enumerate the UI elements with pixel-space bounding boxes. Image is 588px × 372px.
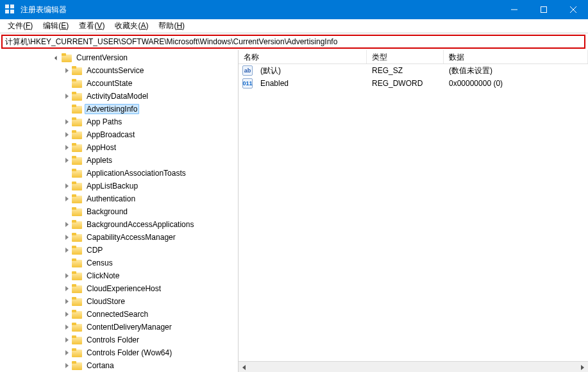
address-bar[interactable]: 计算机\HKEY_CURRENT_USER\SOFTWARE\Microsoft…	[1, 35, 585, 49]
folder-icon	[72, 361, 82, 370]
folder-icon	[72, 271, 82, 280]
tree-item[interactable]: CDP	[0, 244, 238, 257]
list-body[interactable]: ab(默认)REG_SZ(数值未设置)011EnabledREG_DWORD0x…	[239, 64, 588, 361]
tree-item[interactable]: Controls Folder	[0, 334, 238, 346]
minimize-icon	[511, 6, 517, 13]
maximize-button[interactable]	[529, 0, 559, 19]
tree-item[interactable]: AccountState	[0, 77, 238, 90]
chevron-right-icon[interactable]	[62, 360, 72, 371]
folder-icon	[72, 207, 82, 216]
tree-item-label: ConnectedSearch	[85, 309, 150, 319]
folder-icon	[72, 66, 82, 75]
chevron-right-icon[interactable]	[62, 117, 72, 127]
folder-icon	[72, 92, 82, 101]
tree-item[interactable]: AppHost	[0, 141, 238, 154]
tree-item[interactable]: Authentication	[0, 192, 238, 205]
tree-item[interactable]: BackgroundAccessApplications	[0, 218, 238, 231]
main-area: CurrentVersionAccountsServiceAccountStat…	[0, 50, 588, 372]
tree-item[interactable]: ContentDeliveryManager	[0, 321, 238, 334]
close-button[interactable]	[559, 0, 588, 19]
tree-item[interactable]: AccountsService	[0, 64, 238, 77]
chevron-right-icon[interactable]	[62, 219, 72, 230]
chevron-right-icon[interactable]	[62, 232, 72, 242]
binary-value-icon: 011	[242, 78, 253, 89]
scroll-right-icon[interactable]	[577, 362, 588, 372]
tree-item[interactable]: CloudExperienceHost	[0, 282, 238, 295]
tree-item[interactable]: Applets	[0, 154, 238, 167]
svg-rect-1	[541, 7, 547, 13]
tree-item-label: CapabilityAccessManager	[85, 232, 178, 242]
folder-icon	[72, 130, 82, 139]
column-name[interactable]: 名称	[239, 50, 367, 63]
tree-item[interactable]: AppListBackup	[0, 180, 238, 192]
chevron-down-icon[interactable]	[51, 53, 62, 63]
tree-pane[interactable]: CurrentVersionAccountsServiceAccountStat…	[0, 50, 239, 372]
close-icon	[570, 6, 576, 13]
tree-item-label: ApplicationAssociationToasts	[85, 168, 188, 178]
chevron-right-icon[interactable]	[62, 181, 72, 191]
tree-item-label: Applets	[85, 155, 114, 165]
value-name: (默认)	[255, 65, 367, 76]
folder-icon	[72, 323, 82, 332]
value-data: (数值未设置)	[444, 65, 588, 76]
chevron-right-icon[interactable]	[62, 309, 72, 319]
tree-item[interactable]: Controls Folder (Wow64)	[0, 346, 238, 359]
tree-item-label: CDP	[85, 245, 105, 255]
menu-f[interactable]: 文件(F)	[3, 19, 38, 33]
scroll-left-icon[interactable]	[239, 362, 249, 372]
chevron-right-icon[interactable]	[62, 65, 72, 76]
minimize-button[interactable]	[500, 0, 529, 19]
chevron-right-icon[interactable]	[62, 194, 72, 204]
chevron-right-icon[interactable]	[62, 335, 72, 345]
menu-v[interactable]: 查看(V)	[74, 19, 110, 33]
tree-item[interactable]: CloudStore	[0, 295, 238, 308]
tree-item-label: ContentDeliveryManager	[85, 322, 174, 332]
tree-item[interactable]: AdvertisingInfo	[0, 103, 238, 115]
tree-item-label: CurrentVersion	[74, 53, 130, 63]
tree-item[interactable]: ActivityDataModel	[0, 90, 238, 103]
folder-icon	[72, 182, 82, 190]
chevron-right-icon[interactable]	[62, 91, 72, 101]
chevron-right-icon[interactable]	[62, 245, 72, 255]
tree-item[interactable]: AppBroadcast	[0, 128, 238, 141]
tree-item[interactable]: ApplicationAssociationToasts	[0, 167, 238, 180]
tree-item[interactable]: CapabilityAccessManager	[0, 231, 238, 244]
folder-icon	[72, 246, 82, 255]
tree-item-label: AppBroadcast	[85, 130, 137, 140]
chevron-right-icon[interactable]	[62, 322, 72, 332]
app-icon	[5, 4, 15, 15]
tree-item-label: AppListBackup	[85, 181, 140, 191]
chevron-right-icon[interactable]	[62, 130, 72, 140]
list-row[interactable]: ab(默认)REG_SZ(数值未设置)	[239, 64, 588, 77]
tree-item[interactable]: Background	[0, 205, 238, 218]
string-value-icon: ab	[242, 65, 253, 76]
folder-icon	[72, 79, 82, 88]
column-type[interactable]: 类型	[367, 50, 444, 63]
column-data[interactable]: 数据	[444, 50, 588, 63]
chevron-right-icon[interactable]	[62, 142, 72, 153]
menu-e[interactable]: 编辑(E)	[38, 19, 74, 33]
maximize-icon	[541, 6, 547, 13]
chevron-right-icon[interactable]	[62, 155, 72, 165]
folder-icon	[72, 335, 82, 344]
tree-item[interactable]: Cortana	[0, 359, 238, 372]
value-data: 0x00000000 (0)	[444, 79, 588, 88]
chevron-right-icon[interactable]	[62, 283, 72, 294]
folder-icon	[72, 297, 82, 306]
menu-h[interactable]: 帮助(H)	[153, 19, 190, 33]
tree-item[interactable]: ConnectedSearch	[0, 308, 238, 321]
tree-item-label: AccountState	[85, 78, 134, 89]
chevron-right-icon[interactable]	[62, 271, 72, 281]
tree-item[interactable]: Census	[0, 257, 238, 269]
tree-item[interactable]: App Paths	[0, 115, 238, 128]
tree-item[interactable]: CurrentVersion	[0, 51, 238, 64]
chevron-right-icon[interactable]	[62, 296, 72, 307]
tree-item[interactable]: ClickNote	[0, 269, 238, 282]
horizontal-scrollbar[interactable]	[239, 361, 588, 372]
address-path: 计算机\HKEY_CURRENT_USER\SOFTWARE\Microsoft…	[5, 37, 337, 47]
chevron-right-icon[interactable]	[62, 348, 72, 358]
folder-icon	[72, 194, 82, 203]
list-row[interactable]: 011EnabledREG_DWORD0x00000000 (0)	[239, 77, 588, 90]
menu-a[interactable]: 收藏夹(A)	[110, 19, 153, 33]
list-pane: 名称 类型 数据 ab(默认)REG_SZ(数值未设置)011EnabledRE…	[239, 50, 588, 372]
